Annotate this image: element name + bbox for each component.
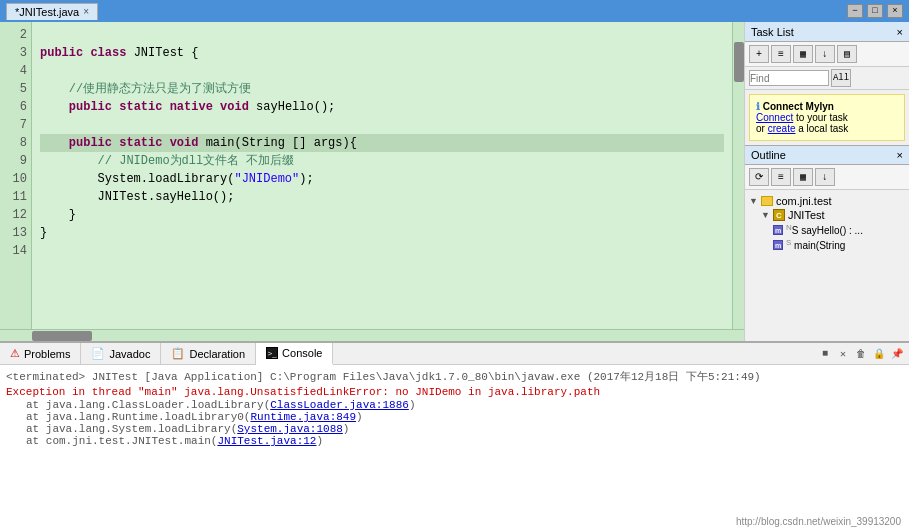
console-stop-btn[interactable]: ■ bbox=[817, 346, 833, 362]
stack-link-4[interactable]: JNITest.java:12 bbox=[217, 435, 316, 447]
connect-link[interactable]: Connect bbox=[756, 112, 793, 123]
code-line bbox=[40, 116, 724, 134]
line-numbers: 2 3 4 5 6 7 8 9 10 11 12 13 14 bbox=[0, 22, 32, 329]
find-input[interactable] bbox=[749, 70, 829, 86]
javadoc-icon: 📄 bbox=[91, 347, 105, 360]
outline-tree: ▼ com.jni.test ▼ C JNITest m NS sayHello… bbox=[745, 190, 909, 341]
outline-toolbar-btn4[interactable]: ↓ bbox=[815, 168, 835, 186]
minimize-button[interactable]: − bbox=[847, 4, 863, 18]
stack-link-3[interactable]: System.java:1088 bbox=[237, 423, 343, 435]
find-row: All bbox=[745, 67, 909, 90]
close-button[interactable]: × bbox=[887, 4, 903, 18]
info-icon: ℹ bbox=[756, 101, 760, 112]
console-scroll-lock-btn[interactable]: 🔒 bbox=[871, 346, 887, 362]
code-line: public class JNITest { bbox=[40, 44, 724, 62]
console-toolbar: ■ ✕ 🗑 🔒 📌 bbox=[817, 346, 909, 362]
stack-link-1[interactable]: ClassLoader.java:1886 bbox=[270, 399, 409, 411]
horizontal-scrollbar[interactable] bbox=[0, 329, 744, 341]
editor-tab[interactable]: *JNITest.java × bbox=[6, 3, 98, 20]
tree-item-class[interactable]: ▼ C JNITest bbox=[749, 208, 905, 222]
window-controls: − □ × bbox=[847, 4, 903, 18]
editor-tab-label: *JNITest.java bbox=[15, 6, 79, 18]
tab-javadoc-label: Javadoc bbox=[109, 348, 150, 360]
find-all-button[interactable]: All bbox=[831, 69, 851, 87]
task-toolbar-btn1[interactable]: ≡ bbox=[771, 45, 791, 63]
console-error-main: Exception in thread "main" java.lang.Uns… bbox=[6, 386, 903, 398]
console-stack-line-3: at java.lang.System.loadLibrary(System.j… bbox=[26, 423, 903, 435]
maximize-button[interactable]: □ bbox=[867, 4, 883, 18]
task-toolbar-btn3[interactable]: ↓ bbox=[815, 45, 835, 63]
task-list-toolbar: + ≡ ▦ ↓ ▤ bbox=[745, 42, 909, 67]
console-stack-line-4: at com.jni.test.JNITest.main(JNITest.jav… bbox=[26, 435, 903, 447]
code-line bbox=[40, 62, 724, 80]
console-pin-btn[interactable]: 📌 bbox=[889, 346, 905, 362]
tree-item-package[interactable]: ▼ com.jni.test bbox=[749, 194, 905, 208]
method-icon: m bbox=[773, 225, 783, 235]
code-line bbox=[40, 26, 724, 44]
outline-close[interactable]: × bbox=[897, 149, 903, 161]
task-list-title: Task List bbox=[751, 26, 794, 38]
tab-javadoc[interactable]: 📄 Javadoc bbox=[81, 343, 161, 365]
code-line: } bbox=[40, 206, 724, 224]
tree-item-method-sayhello[interactable]: m NS sayHello() : ... bbox=[749, 222, 905, 237]
connect-mylyn-box: ℹ Connect Mylyn Connect to your task or … bbox=[749, 94, 905, 141]
code-content[interactable]: public class JNITest { //使用静态方法只是为了测试方便 … bbox=[32, 22, 732, 329]
h-scrollbar-thumb[interactable] bbox=[32, 331, 92, 341]
method-main-label: S main(String bbox=[786, 238, 845, 251]
bottom-tabs: ⚠ Problems 📄 Javadoc 📋 Declaration >_ Co… bbox=[0, 343, 909, 365]
main-area: 2 3 4 5 6 7 8 9 10 11 12 13 14 public cl… bbox=[0, 22, 909, 341]
tab-console[interactable]: >_ Console bbox=[256, 343, 333, 365]
task-list-header: Task List × bbox=[745, 22, 909, 42]
task-toolbar-btn4[interactable]: ▤ bbox=[837, 45, 857, 63]
console-terminated-line: <terminated> JNITest [Java Application] … bbox=[6, 369, 903, 384]
console-icon: >_ bbox=[266, 347, 278, 359]
tab-problems[interactable]: ⚠ Problems bbox=[0, 343, 81, 365]
console-close-btn[interactable]: ✕ bbox=[835, 346, 851, 362]
code-line bbox=[40, 242, 724, 260]
code-line: // JNIDemo为dll文件名 不加后缀 bbox=[40, 152, 724, 170]
code-line: //使用静态方法只是为了测试方便 bbox=[40, 80, 724, 98]
scrollbar-thumb[interactable] bbox=[734, 42, 744, 82]
outline-toolbar-btn3[interactable]: ▦ bbox=[793, 168, 813, 186]
package-icon bbox=[761, 196, 773, 206]
bottom-panel: ⚠ Problems 📄 Javadoc 📋 Declaration >_ Co… bbox=[0, 341, 909, 531]
class-icon: C bbox=[773, 209, 785, 221]
title-bar: *JNITest.java × − □ × bbox=[0, 0, 909, 22]
outline-toolbar: ⟳ ≡ ▦ ↓ bbox=[745, 165, 909, 190]
outline-toolbar-btn1[interactable]: ⟳ bbox=[749, 168, 769, 186]
tab-problems-label: Problems bbox=[24, 348, 70, 360]
code-line: JNITest.sayHello(); bbox=[40, 188, 724, 206]
connect-mylyn-title: Connect Mylyn bbox=[763, 101, 834, 112]
editor-tab-close[interactable]: × bbox=[83, 6, 89, 17]
code-line: } bbox=[40, 224, 724, 242]
console-stack-line-1: at java.lang.ClassLoader.loadLibrary(Cla… bbox=[26, 399, 903, 411]
create-link[interactable]: create bbox=[768, 123, 796, 134]
right-panel: Task List × + ≡ ▦ ↓ ▤ All ℹ Connect Myly… bbox=[744, 22, 909, 341]
outline-toolbar-btn2[interactable]: ≡ bbox=[771, 168, 791, 186]
editor-scrollbar[interactable] bbox=[732, 22, 744, 329]
package-label: com.jni.test bbox=[776, 195, 832, 207]
console-stack-line-2: at java.lang.Runtime.loadLibrary0(Runtim… bbox=[26, 411, 903, 423]
watermark: http://blog.csdn.net/weixin_39913200 bbox=[736, 516, 901, 527]
tab-declaration-label: Declaration bbox=[189, 348, 245, 360]
code-area[interactable]: 2 3 4 5 6 7 8 9 10 11 12 13 14 public cl… bbox=[0, 22, 744, 329]
editor-pane: 2 3 4 5 6 7 8 9 10 11 12 13 14 public cl… bbox=[0, 22, 744, 341]
tab-declaration[interactable]: 📋 Declaration bbox=[161, 343, 256, 365]
tree-expand-icon: ▼ bbox=[749, 196, 758, 206]
tree-item-method-main[interactable]: m S main(String bbox=[749, 237, 905, 252]
stack-link-2[interactable]: Runtime.java:849 bbox=[250, 411, 356, 423]
tab-console-label: Console bbox=[282, 347, 322, 359]
outline-header: Outline × bbox=[745, 145, 909, 165]
code-line-active: public static void main(String [] args){ bbox=[40, 134, 724, 152]
tree-expand-icon: ▼ bbox=[761, 210, 770, 220]
method-sayhello-label: NS sayHello() : ... bbox=[786, 223, 863, 236]
outline-title: Outline bbox=[751, 149, 786, 161]
console-clear-btn[interactable]: 🗑 bbox=[853, 346, 869, 362]
task-toolbar-btn2[interactable]: ▦ bbox=[793, 45, 813, 63]
method-icon: m bbox=[773, 240, 783, 250]
add-task-button[interactable]: + bbox=[749, 45, 769, 63]
code-line: public static native void sayHello(); bbox=[40, 98, 724, 116]
console-content: <terminated> JNITest [Java Application] … bbox=[0, 365, 909, 531]
declaration-icon: 📋 bbox=[171, 347, 185, 360]
task-list-close[interactable]: × bbox=[897, 26, 903, 38]
